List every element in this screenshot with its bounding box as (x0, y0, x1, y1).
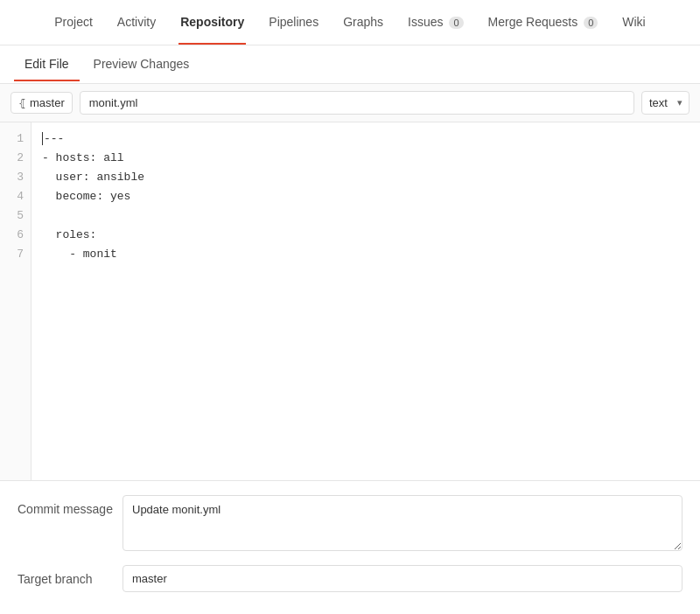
branch-icon: ⦃ (18, 97, 26, 109)
line-numbers: 1 2 3 4 5 6 7 (0, 122, 32, 480)
branch-label: Target branch (18, 565, 122, 586)
cursor (42, 132, 43, 145)
branch-badge[interactable]: ⦃ master (10, 92, 73, 114)
nav-wiki[interactable]: Wiki (620, 1, 647, 45)
nav-pipelines[interactable]: Pipelines (267, 1, 320, 45)
filename-input[interactable] (80, 91, 634, 115)
nav-repository[interactable]: Repository (178, 1, 246, 45)
editor-area: 1 2 3 4 5 6 7 --- - hosts: all user: ans… (0, 122, 700, 481)
line-num-5: 5 (0, 206, 31, 226)
file-type-wrapper: text (641, 91, 690, 115)
merge-requests-badge: 0 (584, 17, 598, 29)
file-type-select[interactable]: text (641, 91, 690, 115)
issues-badge: 0 (449, 17, 463, 29)
line-num-6: 6 (0, 226, 31, 245)
branch-row: Target branch (18, 565, 682, 592)
nav-graphs[interactable]: Graphs (341, 1, 385, 45)
branch-name: master (30, 96, 65, 109)
code-editor[interactable]: --- - hosts: all user: ansible become: y… (32, 122, 700, 480)
top-nav: Project Activity Repository Pipelines Gr… (0, 0, 700, 45)
line-num-7: 7 (0, 245, 31, 264)
tab-preview-changes[interactable]: Preview Changes (83, 48, 200, 81)
nav-merge-requests[interactable]: Merge Requests 0 (486, 1, 600, 45)
nav-activity[interactable]: Activity (116, 1, 158, 45)
line-num-4: 4 (0, 187, 31, 206)
commit-row: Commit message Update monit.yml (18, 495, 682, 551)
editor-toolbar: ⦃ master text (0, 84, 700, 122)
tab-edit-file[interactable]: Edit File (14, 48, 80, 81)
line-num-1: 1 (0, 129, 31, 149)
nav-project[interactable]: Project (52, 1, 94, 45)
file-tabs: Edit File Preview Changes (0, 45, 700, 84)
nav-merge-requests-label: Merge Requests (488, 15, 578, 29)
target-branch-input[interactable] (122, 565, 682, 592)
nav-issues[interactable]: Issues 0 (406, 1, 465, 45)
bottom-form: Commit message Update monit.yml Target b… (0, 481, 700, 614)
commit-textarea[interactable]: Update monit.yml (122, 495, 682, 551)
line-num-2: 2 (0, 149, 31, 168)
line-num-3: 3 (0, 168, 31, 187)
nav-issues-label: Issues (408, 15, 443, 29)
commit-label: Commit message (18, 495, 122, 516)
